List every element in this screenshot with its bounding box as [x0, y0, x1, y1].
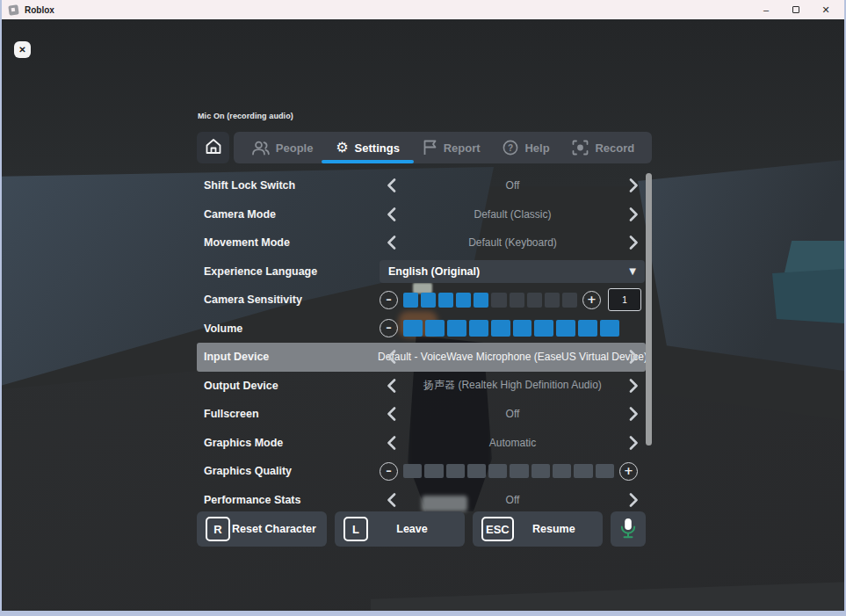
slider-value-box[interactable]: 1 [608, 288, 641, 311]
slider-segment[interactable] [403, 320, 423, 337]
slider-segment[interactable] [447, 320, 466, 337]
minus-button[interactable]: – [380, 319, 398, 337]
slider-segment[interactable] [527, 293, 542, 308]
minimize-button[interactable]: – [751, 0, 781, 19]
reset-character-button[interactable]: RReset Character [197, 511, 327, 547]
tab-people[interactable]: People [241, 132, 324, 163]
chevron-left-icon[interactable] [387, 493, 396, 507]
setting-row-experience-language: Experience LanguageEnglish (Original)▼ [197, 257, 646, 286]
slider-segment[interactable] [421, 293, 436, 308]
minus-button[interactable]: – [380, 291, 398, 309]
slider-segment[interactable] [425, 320, 445, 337]
slider-segment[interactable] [534, 320, 553, 337]
stepper-control: Default (Keyboard) [380, 228, 646, 257]
footer-buttons: RReset CharacterLLeaveESCResume [197, 511, 646, 547]
tab-bar: People⚙SettingsReport?HelpRecord [234, 132, 652, 163]
setting-label: Volume [204, 315, 242, 344]
slider-segment[interactable] [574, 464, 592, 478]
setting-row-input-device[interactable]: Input DeviceDefault - VoiceWave Micropho… [197, 343, 646, 372]
slider-segment[interactable] [510, 293, 524, 308]
chevron-left-icon[interactable] [387, 407, 396, 421]
slider-segment[interactable] [531, 464, 550, 478]
slider-segment[interactable] [469, 320, 488, 337]
setting-value: Automatic [380, 429, 646, 458]
slider-segment[interactable] [424, 464, 443, 478]
chevron-right-icon[interactable] [629, 407, 639, 421]
slider-segment[interactable] [556, 320, 575, 337]
chevron-down-icon: ▼ [629, 266, 636, 276]
menu-header: People⚙SettingsReport?HelpRecord [197, 132, 652, 163]
settings-list: Shift Lock SwitchOffCamera ModeDefault (… [197, 171, 646, 509]
tab-label: People [276, 141, 314, 155]
slider-segment[interactable] [513, 320, 532, 337]
slider-segment[interactable] [446, 464, 465, 478]
slider-segment[interactable] [491, 293, 506, 308]
chevron-left-icon[interactable] [387, 236, 396, 250]
setting-value: Default - VoiceWave Microphone (EaseUS V… [380, 343, 646, 372]
chevron-left-icon[interactable] [387, 436, 396, 450]
slider-segment[interactable] [578, 320, 597, 337]
chevron-right-icon[interactable] [629, 207, 639, 221]
plus-button[interactable]: + [582, 291, 601, 309]
slider-segment[interactable] [467, 464, 486, 478]
tab-help[interactable]: ?Help [492, 132, 560, 163]
setting-label: Camera Mode [204, 200, 276, 229]
leave-button[interactable]: LLeave [335, 511, 465, 547]
chevron-right-icon[interactable] [629, 236, 639, 250]
tab-label: Report [444, 141, 481, 155]
button-label: Leave [368, 523, 456, 535]
slider-segment[interactable] [596, 464, 614, 478]
slider-segment[interactable] [403, 293, 418, 308]
language-dropdown[interactable]: English (Original)▼ [380, 260, 645, 283]
setting-label: Graphics Mode [204, 429, 283, 458]
slider-segment[interactable] [438, 293, 453, 308]
tab-report[interactable]: Report [412, 132, 491, 163]
chevron-right-icon[interactable] [629, 350, 639, 364]
chevron-right-icon[interactable] [629, 436, 639, 450]
setting-value: Off [380, 171, 646, 200]
record-icon [572, 140, 589, 156]
setting-row-camera-mode: Camera ModeDefault (Classic) [197, 200, 646, 229]
key-badge: ESC [481, 517, 514, 541]
voice-chat-toggle-button[interactable] [611, 511, 646, 547]
roblox-window: Roblox – ✕ ✕ Mic On (recording audio) [0, 0, 846, 616]
setting-label: Performance Stats [204, 486, 300, 510]
slider-segment[interactable] [474, 293, 488, 308]
tab-home[interactable] [197, 132, 229, 163]
chevron-left-icon[interactable] [387, 207, 396, 221]
slider-segment[interactable] [510, 464, 528, 478]
slider-track[interactable] [403, 293, 577, 308]
slider-segment[interactable] [545, 293, 560, 308]
background-shape [785, 241, 844, 272]
setting-label: Output Device [204, 372, 278, 401]
chevron-right-icon[interactable] [629, 379, 639, 393]
tab-settings[interactable]: ⚙Settings [325, 132, 410, 163]
slider-segment[interactable] [562, 293, 577, 308]
slider-segment[interactable] [553, 464, 571, 478]
minus-button[interactable]: – [380, 462, 398, 481]
chevron-left-icon[interactable] [387, 178, 396, 192]
slider-segment[interactable] [403, 464, 422, 478]
slider-track[interactable] [403, 320, 619, 337]
gear-icon: ⚙ [336, 141, 348, 155]
resume-button[interactable]: ESCResume [473, 511, 603, 547]
scrollbar-thumb[interactable] [646, 173, 652, 446]
microphone-icon [618, 517, 638, 542]
chevron-left-icon[interactable] [387, 379, 396, 393]
tab-record[interactable]: Record [561, 132, 645, 163]
maximize-icon [792, 6, 799, 13]
menu-close-button[interactable]: ✕ [14, 41, 31, 58]
chevron-right-icon[interactable] [629, 493, 639, 507]
maximize-button[interactable] [781, 0, 811, 19]
slider-track[interactable] [403, 464, 614, 478]
slider-segment[interactable] [600, 320, 619, 337]
setting-value: Default (Classic) [380, 200, 646, 229]
chevron-right-icon[interactable] [629, 178, 639, 192]
chevron-left-icon[interactable] [387, 350, 396, 364]
setting-label: Movement Mode [204, 228, 290, 257]
slider-segment[interactable] [491, 320, 510, 337]
plus-button[interactable]: + [619, 462, 638, 481]
slider-segment[interactable] [488, 464, 507, 478]
slider-segment[interactable] [456, 293, 471, 308]
close-window-button[interactable]: ✕ [811, 0, 841, 19]
